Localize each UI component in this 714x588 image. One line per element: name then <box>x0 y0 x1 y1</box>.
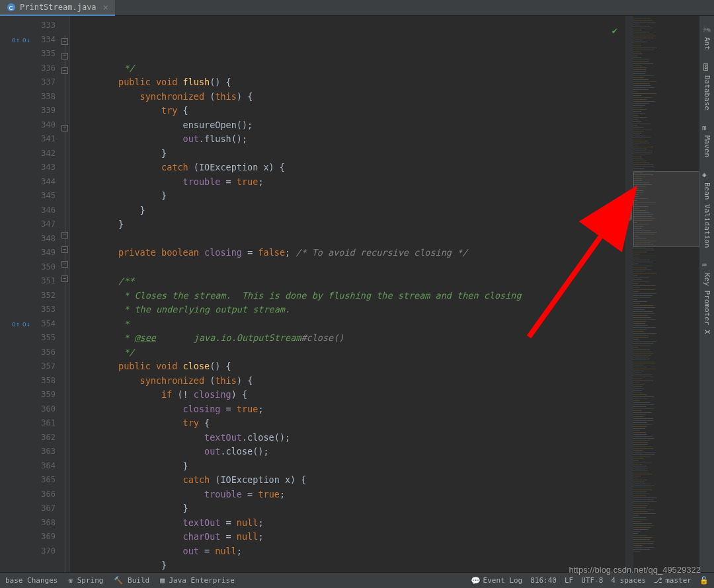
status-item-base-changes[interactable]: base Changes <box>5 576 58 585</box>
code-line[interactable]: try { <box>75 416 625 431</box>
line-number[interactable]: 333 <box>0 18 56 33</box>
line-number[interactable]: 338 <box>0 90 56 104</box>
line-number[interactable]: 360 <box>0 402 56 417</box>
line-number[interactable]: 368 <box>0 516 56 531</box>
file-tab[interactable]: C PrintStream.java × <box>0 0 115 16</box>
code-line[interactable]: if (! closing) { <box>75 388 625 402</box>
line-number[interactable]: 358 <box>0 374 56 388</box>
fold-marker[interactable]: − <box>61 261 68 268</box>
minimap-viewport[interactable] <box>633 171 699 247</box>
tool-window-ant[interactable]: 🐜Ant <box>701 20 713 55</box>
code-line[interactable]: trouble = true; <box>75 488 625 502</box>
code-line[interactable]: * Closes the stream. This is done by flu… <box>75 289 625 303</box>
code-line[interactable]: ensureOpen(); <box>75 118 625 133</box>
override-up-icon[interactable]: o↑ <box>12 33 20 48</box>
line-number[interactable]: 351 <box>0 274 56 289</box>
code-line[interactable]: } <box>75 501 625 516</box>
fold-marker[interactable]: − <box>61 125 68 131</box>
code-line[interactable]: out = null; <box>75 544 625 559</box>
line-number[interactable]: 346 <box>0 203 56 218</box>
code-line[interactable]: private boolean closing = false; /* To a… <box>75 246 625 260</box>
line-number[interactable]: 349 <box>0 246 56 260</box>
indent-setting[interactable]: 4 spaces <box>611 576 646 585</box>
code-line[interactable]: public void close() { <box>75 359 625 374</box>
override-down-icon[interactable]: o↓ <box>22 33 30 48</box>
line-number[interactable]: 353 <box>0 303 56 317</box>
tool-window-maven[interactable]: mMaven <box>701 118 713 163</box>
line-number[interactable]: 369 <box>0 530 56 544</box>
tool-window-database[interactable]: 🗄Database <box>701 58 713 116</box>
status-item-spring[interactable]: ❀ Spring <box>68 576 103 585</box>
line-number[interactable]: 361 <box>0 416 56 431</box>
tool-window-key-promoter-x[interactable]: ⌨Key Promoter X <box>701 256 713 340</box>
code-line[interactable]: try { <box>75 104 625 118</box>
line-number[interactable]: 339 <box>0 104 56 118</box>
fold-column[interactable]: −−−−−−−− <box>61 16 70 572</box>
git-branch[interactable]: ⎇master <box>654 576 692 585</box>
code-line[interactable]: out.flush(); <box>75 132 625 147</box>
override-up-icon[interactable]: o↑ <box>12 317 20 332</box>
fold-marker[interactable]: − <box>61 246 68 253</box>
line-number[interactable]: 355 <box>0 331 56 346</box>
code-line[interactable]: trouble = true; <box>75 175 625 190</box>
scrollbar-thumb[interactable] <box>627 201 632 221</box>
fold-marker[interactable]: − <box>61 276 68 282</box>
line-number[interactable]: 340 <box>0 118 56 133</box>
code-line[interactable]: catch (IOException x) { <box>75 161 625 175</box>
code-line[interactable]: * @see java.io.OutputStream#close() <box>75 331 625 346</box>
line-number[interactable]: 343 <box>0 161 56 175</box>
code-line[interactable] <box>75 232 625 246</box>
line-number[interactable]: 341 <box>0 132 56 147</box>
line-number[interactable]: o↑o↓ 334 <box>0 33 56 48</box>
line-number[interactable]: 335 <box>0 47 56 61</box>
fold-marker[interactable]: − <box>61 232 68 239</box>
override-down-icon[interactable]: o↓ <box>22 317 30 332</box>
code-line[interactable]: */ <box>75 61 625 76</box>
code-line[interactable]: } <box>75 459 625 474</box>
fold-marker[interactable]: − <box>61 38 68 45</box>
status-item-java-enterprise[interactable]: ▦ Java Enterprise <box>160 576 235 585</box>
line-number[interactable]: 362 <box>0 431 56 445</box>
line-number[interactable]: 359 <box>0 388 56 402</box>
code-line[interactable]: synchronized (this) { <box>75 90 625 104</box>
line-number[interactable]: 350 <box>0 260 56 275</box>
fold-marker[interactable]: − <box>61 53 68 59</box>
vertical-scrollbar[interactable] <box>625 16 633 572</box>
line-number[interactable]: 348 <box>0 232 56 246</box>
line-number[interactable]: 367 <box>0 501 56 516</box>
line-number[interactable]: 370 <box>0 544 56 559</box>
code-line[interactable]: charOut = null; <box>75 530 625 544</box>
code-line[interactable]: textOut.close(); <box>75 431 625 445</box>
code-line[interactable] <box>75 260 625 275</box>
line-number[interactable]: 357 <box>0 359 56 374</box>
line-number[interactable]: 347 <box>0 217 56 232</box>
line-number[interactable]: 356 <box>0 346 56 360</box>
code-line[interactable]: synchronized (this) { <box>75 374 625 388</box>
inspection-ok-icon[interactable]: ✔ <box>612 24 617 38</box>
code-line[interactable]: out.close(); <box>75 445 625 459</box>
file-encoding[interactable]: UTF-8 <box>581 576 603 585</box>
code-editor[interactable]: ✔ */ public void flush() { synchronized … <box>70 16 625 572</box>
code-line[interactable]: } <box>75 189 625 203</box>
fold-marker[interactable]: − <box>61 67 68 74</box>
code-line[interactable]: } <box>75 558 625 572</box>
line-number[interactable]: 337 <box>0 75 56 90</box>
line-separator[interactable]: LF <box>565 576 573 585</box>
code-line[interactable]: catch (IOException x) { <box>75 473 625 488</box>
code-line[interactable]: public void flush() { <box>75 75 625 90</box>
lock-icon[interactable]: 🔓 <box>699 576 709 585</box>
line-number-gutter[interactable]: 333o↑o↓ 33433533633733833934034134234334… <box>0 16 61 572</box>
code-line[interactable]: /** <box>75 274 625 289</box>
code-minimap[interactable]: ▬▬▬▬▬▬▬▬▬▬▬▬▬▬▬▬▬▬▬▬▬ ▬▬▬▬▬▬▬▬▬▬▬▬▬▬▬▬▬▬… <box>633 16 699 572</box>
line-number[interactable]: 366 <box>0 488 56 502</box>
event-log-button[interactable]: 💬Event Log <box>471 576 523 585</box>
line-number[interactable]: 344 <box>0 175 56 190</box>
close-tab-icon[interactable]: × <box>103 2 108 13</box>
code-line[interactable]: } <box>75 147 625 161</box>
code-line[interactable]: * <box>75 317 625 332</box>
code-line[interactable]: */ <box>75 346 625 360</box>
line-number[interactable]: 345 <box>0 189 56 203</box>
line-number[interactable]: 342 <box>0 147 56 161</box>
code-line[interactable]: } <box>75 203 625 218</box>
code-line[interactable]: textOut = null; <box>75 516 625 531</box>
